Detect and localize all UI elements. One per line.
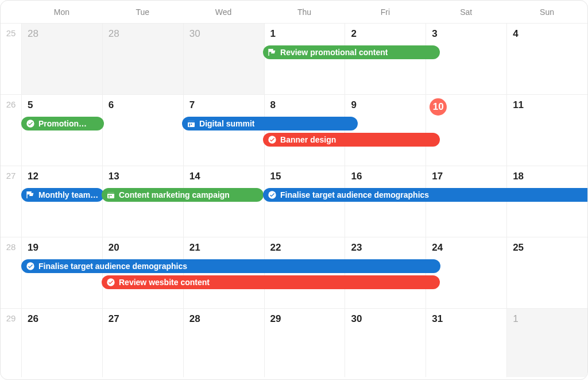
day-number: 17 [432, 171, 501, 182]
day-number: 19 [28, 242, 96, 254]
day-number: 15 [270, 171, 339, 182]
day-number: 5 [28, 99, 96, 111]
week-number: 27 [1, 166, 21, 237]
svg-rect-2 [188, 121, 195, 122]
day-number: 29 [270, 313, 339, 325]
day-number: 22 [270, 242, 339, 254]
day-cell-today[interactable]: 10 [425, 95, 506, 166]
weekday-sun: Sun [506, 1, 587, 23]
day-number: 3 [432, 28, 501, 40]
week-number: 25 [1, 24, 21, 94]
day-number: 30 [189, 28, 258, 40]
week-number: 29 [1, 309, 21, 377]
day-cell[interactable]: 6 [102, 95, 183, 166]
weekday-mon: Mon [21, 1, 102, 23]
day-number: 21 [189, 242, 258, 254]
day-number: 26 [28, 313, 96, 325]
svg-rect-10 [110, 195, 111, 196]
day-number: 16 [351, 171, 420, 182]
day-number: 25 [513, 242, 582, 254]
day-number: 27 [109, 313, 177, 325]
svg-rect-8 [107, 192, 114, 194]
day-cell[interactable]: 9 [345, 95, 425, 166]
event-label: Content marketing campaign [119, 190, 230, 199]
event-label: Review promotional content [280, 48, 388, 57]
day-cell[interactable]: 28 [21, 24, 102, 94]
svg-rect-9 [109, 195, 110, 196]
day-number: 14 [189, 171, 258, 182]
check-icon [26, 262, 35, 271]
day-cell[interactable]: 24 [425, 237, 506, 308]
day-number: 13 [109, 171, 177, 182]
week-number: 28 [1, 237, 21, 308]
event-review-website[interactable]: Review wesbite content [102, 275, 440, 289]
weekday-tue: Tue [102, 1, 183, 23]
day-cell[interactable]: 30 [183, 24, 264, 94]
check-icon [26, 119, 35, 128]
day-number: 20 [109, 242, 177, 254]
day-cell[interactable]: 28 [183, 309, 264, 377]
day-cell[interactable]: 25 [506, 237, 587, 308]
day-number: 12 [28, 171, 96, 182]
day-number: 8 [270, 99, 339, 111]
day-number: 1 [513, 313, 582, 325]
day-number: 9 [351, 99, 420, 111]
svg-point-13 [26, 262, 34, 270]
day-cell[interactable]: 1 [506, 309, 587, 377]
day-number: 24 [432, 242, 501, 254]
event-label: Promotion… [38, 119, 87, 128]
event-finalise-target-1[interactable]: Finalise target audience demographics [263, 188, 587, 202]
day-cell[interactable]: 27 [102, 309, 183, 377]
week-row: 25 28 28 30 1 2 3 4 Review promotional c… [1, 24, 587, 95]
day-cell[interactable]: 4 [506, 24, 587, 94]
flag-icon [268, 48, 277, 57]
check-icon [106, 278, 115, 287]
day-number: 2 [351, 28, 420, 40]
event-digital-summit[interactable]: Digital summit [182, 117, 358, 130]
svg-rect-3 [189, 124, 190, 125]
event-monthly-team[interactable]: Monthly team… [21, 188, 104, 202]
svg-point-6 [268, 136, 276, 143]
event-label: Banner design [280, 135, 336, 144]
event-review-promotional[interactable]: Review promotional content [263, 45, 440, 59]
day-number: 30 [351, 313, 420, 325]
day-cell[interactable]: 29 [264, 309, 345, 377]
event-label: Digital summit [199, 119, 254, 128]
day-cell[interactable]: 28 [102, 24, 183, 94]
check-icon [268, 190, 277, 199]
svg-point-0 [26, 120, 34, 127]
event-finalise-target-2[interactable]: Finalise target audience demographics [21, 259, 440, 273]
event-promotion[interactable]: Promotion… [21, 117, 104, 130]
day-cell[interactable]: 31 [425, 309, 506, 377]
day-number: 6 [109, 99, 177, 111]
event-label: Review wesbite content [119, 278, 210, 287]
day-number: 28 [28, 28, 96, 40]
day-number: 11 [513, 99, 582, 111]
day-number: 1 [270, 28, 339, 40]
week-row: 27 12 13 14 15 16 17 18 Monthly team… Co… [1, 166, 587, 237]
day-cell[interactable]: 11 [506, 95, 587, 166]
svg-rect-5 [189, 125, 190, 126]
event-label: Monthly team… [38, 190, 98, 199]
day-number: 10 [430, 98, 447, 116]
day-number: 4 [513, 28, 582, 40]
week-row: 28 19 20 21 22 23 24 25 Finalise target … [1, 237, 587, 309]
flag-icon [26, 190, 35, 199]
calendar-icon [106, 190, 115, 199]
event-content-marketing[interactable]: Content marketing campaign [102, 188, 264, 202]
weekday-thu: Thu [264, 1, 345, 23]
day-cell[interactable]: 3 [425, 24, 506, 94]
day-cell[interactable]: 30 [345, 309, 425, 377]
event-banner-design[interactable]: Banner design [263, 133, 440, 147]
svg-rect-11 [109, 197, 110, 198]
week-num-header [1, 1, 21, 23]
weekday-fri: Fri [345, 1, 425, 23]
check-icon [268, 135, 277, 144]
day-cell[interactable]: 26 [21, 309, 102, 377]
month-calendar: Mon Tue Wed Thu Fri Sat Sun 25 28 28 30 … [0, 0, 588, 380]
week-number: 26 [1, 95, 21, 166]
day-number: 18 [513, 171, 582, 182]
day-number: 28 [189, 313, 258, 325]
weekday-sat: Sat [425, 1, 506, 23]
weekday-header: Mon Tue Wed Thu Fri Sat Sun [1, 1, 587, 24]
